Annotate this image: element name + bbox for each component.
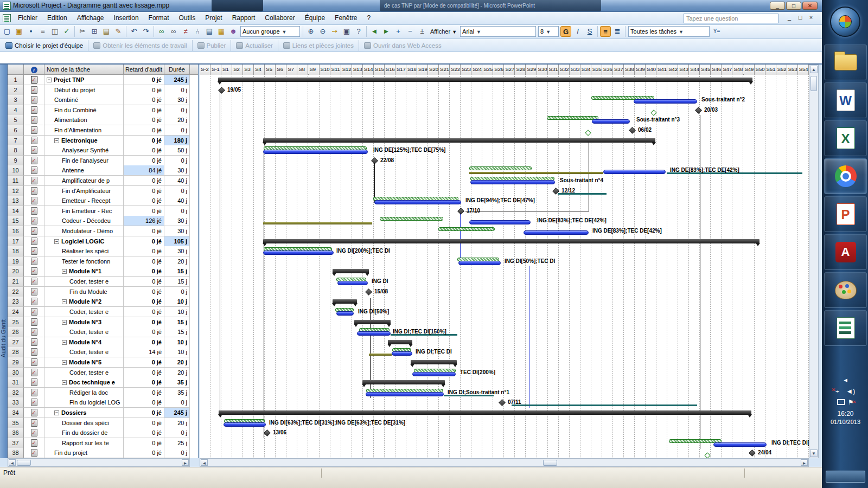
menu-format[interactable]: Format bbox=[144, 12, 174, 24]
retard-cell[interactable]: 0 jé bbox=[124, 287, 164, 297]
ask-question-input[interactable]: Tapez une question bbox=[684, 14, 778, 23]
duree-cell[interactable]: 20 j bbox=[164, 115, 190, 125]
retard-cell[interactable]: 0 jé bbox=[124, 236, 164, 247]
duree-cell[interactable]: 105 j bbox=[164, 236, 190, 247]
menu-outils[interactable]: Outils bbox=[174, 12, 201, 24]
week-S19[interactable]: S19 bbox=[417, 65, 428, 75]
scroll-left-icon[interactable]: ◄ bbox=[9, 459, 16, 466]
duree-cell[interactable]: 20 j bbox=[164, 418, 190, 428]
week-S-2[interactable]: S-2 bbox=[200, 65, 210, 75]
retard-cell[interactable]: 0 jé bbox=[124, 176, 164, 186]
retard-cell[interactable]: 0 jé bbox=[124, 266, 164, 277]
task-name-cell[interactable]: Coder, tester e bbox=[44, 277, 124, 287]
timescale-header[interactable]: S-2S-1S1S2S3S4S5S6S7S8S9S10S11S12S13S14S… bbox=[200, 65, 809, 75]
row-number[interactable]: 30 bbox=[8, 368, 24, 378]
duree-cell[interactable]: 0 j bbox=[164, 125, 190, 136]
task-name-cell[interactable]: Rédiger la doc bbox=[44, 388, 124, 398]
week-S21[interactable]: S21 bbox=[439, 65, 450, 75]
task-notes-icon[interactable]: ▦ bbox=[216, 26, 227, 37]
zoom-in-icon[interactable]: ⊕ bbox=[305, 26, 316, 37]
row-number[interactable]: 7 bbox=[8, 136, 24, 146]
menu-équipe[interactable]: Équipe bbox=[300, 12, 330, 24]
row-number[interactable]: 8 bbox=[8, 145, 24, 156]
scroll-up-icon[interactable]: ▲ bbox=[810, 66, 818, 73]
task-name-cell[interactable]: −Doc technique e bbox=[44, 377, 124, 388]
week-S38[interactable]: S38 bbox=[624, 65, 635, 75]
info-cell[interactable] bbox=[24, 115, 44, 125]
task-name-cell[interactable]: −Module N°1 bbox=[44, 266, 124, 277]
retard-cell[interactable]: 0 jé bbox=[124, 277, 164, 287]
task-name-cell[interactable]: Coder, tester e bbox=[44, 347, 124, 357]
date[interactable]: 01/10/2013 bbox=[822, 419, 868, 425]
align-right-button[interactable]: ≣ bbox=[612, 26, 623, 37]
taskbar-explorer-icon[interactable] bbox=[824, 44, 867, 80]
duree-cell[interactable]: 25 j bbox=[164, 438, 190, 448]
print-preview-icon[interactable]: ◫ bbox=[49, 26, 60, 37]
task-name-cell[interactable]: Coder, tester e bbox=[44, 307, 124, 317]
week-S42[interactable]: S42 bbox=[667, 65, 678, 75]
week-S15[interactable]: S15 bbox=[374, 65, 385, 75]
week-S31[interactable]: S31 bbox=[548, 65, 559, 75]
row-number[interactable]: 27 bbox=[8, 337, 24, 348]
duree-cell[interactable]: 10 j bbox=[164, 347, 190, 357]
duree-cell[interactable]: 180 j bbox=[164, 136, 190, 146]
info-cell[interactable] bbox=[24, 125, 44, 136]
retard-cell[interactable]: 0 jé bbox=[124, 448, 164, 458]
split-task-icon[interactable]: ⑃ bbox=[192, 26, 203, 37]
week-S34[interactable]: S34 bbox=[580, 65, 591, 75]
collapse-icon[interactable]: − bbox=[62, 360, 67, 365]
info-cell[interactable] bbox=[24, 337, 44, 348]
menu-collaborer[interactable]: Collaborer bbox=[260, 12, 299, 24]
info-cell[interactable] bbox=[24, 165, 44, 176]
retard-cell[interactable]: 0 jé bbox=[124, 226, 164, 236]
task-name-cell[interactable]: −Module N°3 bbox=[44, 317, 124, 328]
week-S-1[interactable]: S-1 bbox=[210, 65, 221, 75]
row-number[interactable]: 34 bbox=[8, 408, 24, 418]
retard-cell[interactable]: 0 jé bbox=[124, 297, 164, 307]
task-name-cell[interactable]: Début du projet bbox=[44, 85, 124, 95]
retard-cell[interactable]: 0 jé bbox=[124, 125, 164, 136]
task-name-cell[interactable]: Modulateur - Démo bbox=[44, 226, 124, 236]
duree-cell[interactable]: 0 j bbox=[164, 397, 190, 408]
task-name-cell[interactable]: Fin Emetteur - Rec bbox=[44, 206, 124, 216]
summary-bar[interactable] bbox=[263, 138, 655, 143]
collapse-icon[interactable]: − bbox=[62, 380, 67, 385]
duree-cell[interactable]: 10 j bbox=[164, 337, 190, 348]
summary-bar[interactable] bbox=[218, 78, 752, 82]
info-cell[interactable] bbox=[24, 75, 44, 85]
group-dropdown[interactable]: Aucun groupe▼ bbox=[240, 26, 300, 37]
row-number[interactable]: 6 bbox=[8, 125, 24, 136]
cut-icon[interactable]: ✂ bbox=[77, 26, 88, 37]
task-name-cell[interactable]: Analyseur Synthé bbox=[44, 145, 124, 156]
pane-restore-icon[interactable]: □ bbox=[796, 14, 805, 21]
week-S24[interactable]: S24 bbox=[471, 65, 482, 75]
info-cell[interactable] bbox=[24, 156, 44, 166]
summary-bar[interactable] bbox=[354, 320, 391, 324]
minimize-button[interactable]: _ bbox=[770, 2, 785, 10]
week-S14[interactable]: S14 bbox=[363, 65, 374, 75]
info-cell[interactable] bbox=[24, 277, 44, 287]
assign-resources-icon[interactable]: ☻ bbox=[228, 26, 239, 37]
italic-button[interactable]: I bbox=[572, 26, 583, 37]
task-bar[interactable] bbox=[366, 392, 444, 396]
row-number[interactable]: 33 bbox=[8, 397, 24, 408]
task-name-cell[interactable]: −Projet TNP bbox=[44, 75, 124, 85]
week-S23[interactable]: S23 bbox=[461, 65, 471, 75]
afficher-dropdown[interactable]: Afficher ▼ bbox=[428, 26, 459, 37]
collapse-icon[interactable]: − bbox=[47, 78, 52, 82]
volume-icon[interactable]: ◄) bbox=[846, 387, 855, 395]
entry-bar[interactable] bbox=[0, 52, 822, 65]
task-bar[interactable] bbox=[392, 351, 412, 356]
menu-insertion[interactable]: Insertion bbox=[109, 12, 144, 24]
task-bar[interactable] bbox=[224, 422, 266, 427]
retard-cell[interactable]: 0 jé bbox=[124, 408, 164, 418]
info-cell[interactable] bbox=[24, 388, 44, 398]
retard-cell[interactable]: 0 jé bbox=[124, 337, 164, 348]
row-number[interactable]: 23 bbox=[8, 297, 24, 307]
retard-cell[interactable]: 0 jé bbox=[124, 196, 164, 206]
info-cell[interactable] bbox=[24, 448, 44, 458]
row-number[interactable]: 12 bbox=[8, 186, 24, 196]
info-cell[interactable] bbox=[24, 266, 44, 277]
week-S12[interactable]: S12 bbox=[341, 65, 352, 75]
week-S41[interactable]: S41 bbox=[656, 65, 667, 75]
